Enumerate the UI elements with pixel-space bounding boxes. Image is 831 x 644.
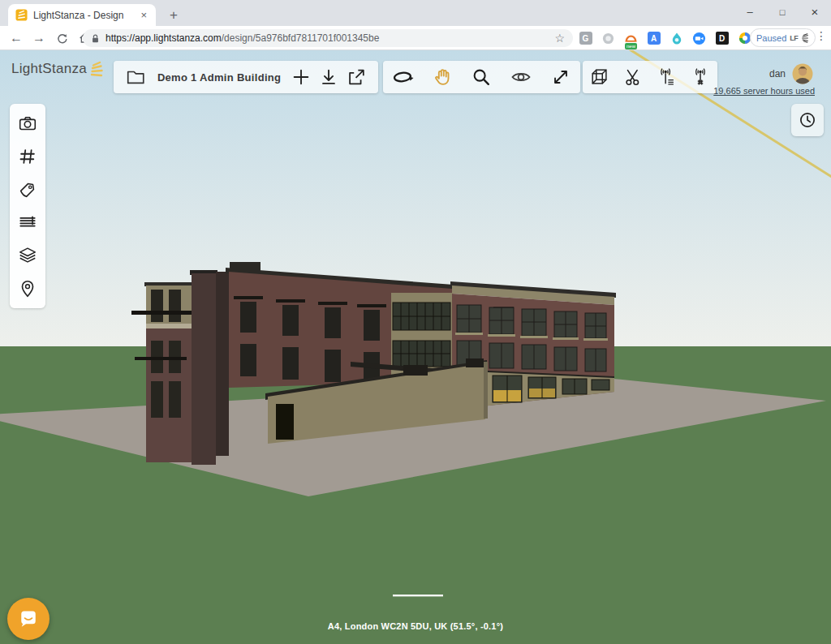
location-pin-icon — [17, 278, 38, 299]
pan-hand-icon — [432, 67, 453, 88]
location-button[interactable] — [13, 274, 42, 303]
url-path: /design/5a976bfd7811701f001345be — [222, 32, 380, 44]
sync-paused-chip[interactable]: Paused LF — [750, 28, 816, 47]
cube-icon — [589, 67, 610, 88]
url-text: https://app.lightstanza.com/design/5a976… — [105, 32, 554, 44]
window-maximize-button[interactable]: □ — [766, 0, 799, 24]
app-logo: LightStanza — [11, 59, 105, 79]
folder-icon — [125, 67, 146, 88]
eye-icon — [510, 66, 532, 88]
translate-icon: A — [648, 32, 661, 45]
fullscreen-button[interactable] — [546, 62, 575, 92]
scale-bar — [393, 595, 443, 596]
visibility-button[interactable] — [506, 62, 536, 92]
video-meeting-icon — [692, 32, 706, 45]
time-settings-button[interactable] — [791, 104, 824, 136]
server-hours-link[interactable]: 19,665 server hours used — [713, 86, 815, 96]
clock-icon — [798, 110, 817, 130]
project-toolbar: Demo 1 Admin Building — [114, 61, 378, 93]
layers-button[interactable] — [13, 241, 42, 270]
lightstanza-app: LightStanza Demo 1 Admin Building — [0, 50, 831, 644]
expand-icon — [550, 67, 571, 88]
extensions-bar: G new A — [578, 27, 764, 49]
blinds-icon — [17, 212, 38, 233]
sensor-grid-2-button[interactable] — [686, 62, 715, 92]
share-button[interactable] — [342, 62, 370, 92]
tab-strip: LightStanza - Design × + – □ × — [0, 0, 831, 26]
browser-menu-button[interactable]: ⋮ — [816, 29, 827, 42]
extension-zoom[interactable] — [691, 31, 707, 46]
add-button[interactable] — [287, 62, 315, 92]
url-host: https://app.lightstanza.com — [105, 32, 222, 44]
download-button[interactable] — [315, 62, 342, 92]
antenna-grid-icon — [690, 67, 711, 88]
open-project-button[interactable] — [122, 62, 149, 92]
lock-icon — [91, 33, 100, 44]
avatar[interactable] — [792, 63, 813, 84]
scissors-icon — [622, 67, 644, 88]
new-tab-button[interactable]: + — [164, 6, 183, 25]
extension-measure[interactable]: new — [623, 31, 639, 46]
d-extension-icon: D — [716, 32, 729, 45]
user-name: dan — [769, 68, 786, 79]
extension-d[interactable]: D — [714, 31, 730, 46]
gray-circle-icon — [602, 32, 614, 45]
user-info: dan — [769, 63, 813, 84]
tab-title: LightStanza - Design — [33, 10, 139, 21]
bookmark-star-icon[interactable]: ☆ — [554, 32, 565, 45]
browser-window: LightStanza - Design × + – □ × ← → — [0, 0, 831, 644]
tag-button[interactable] — [13, 175, 42, 204]
window-minimize-button[interactable]: – — [734, 0, 766, 24]
blinds-button[interactable] — [13, 208, 42, 237]
profile-rays-icon — [801, 33, 809, 43]
camera-icon — [17, 113, 38, 134]
download-icon — [318, 67, 339, 88]
chat-bubble-icon — [17, 608, 40, 630]
reload-button[interactable] — [52, 28, 71, 48]
tape-measure-icon — [624, 33, 638, 44]
address-bar[interactable]: https://app.lightstanza.com/design/5a976… — [83, 29, 573, 47]
tag-icon — [17, 179, 38, 200]
3d-mode-button[interactable] — [585, 62, 614, 92]
sun-rays-icon — [88, 59, 105, 79]
logo-text: LightStanza — [11, 61, 87, 77]
paused-label: Paused — [756, 33, 786, 43]
reload-icon — [56, 32, 68, 45]
grid-hash-icon — [17, 146, 38, 167]
extension-g[interactable]: G — [578, 31, 593, 46]
view-toolbar — [383, 61, 580, 93]
extension-translate[interactable]: A — [646, 31, 661, 46]
pan-button[interactable] — [428, 62, 457, 92]
g-extension-icon: G — [579, 32, 592, 45]
layers-icon — [17, 245, 38, 266]
lightstanza-favicon-icon — [15, 9, 28, 21]
plus-icon — [291, 67, 312, 88]
zoom-button[interactable] — [467, 62, 496, 92]
back-button[interactable]: ← — [6, 28, 26, 48]
site-location-label: A4, London WC2N 5DU, UK (51.5°, -0.1°) — [0, 621, 831, 631]
3d-viewport[interactable] — [0, 50, 831, 644]
screenshot-button[interactable] — [13, 109, 42, 138]
orbit-button[interactable] — [388, 62, 417, 92]
new-badge: new — [625, 43, 637, 49]
tool-sidebar — [10, 104, 45, 308]
zoom-search-icon — [471, 67, 492, 88]
project-name: Demo 1 Admin Building — [157, 71, 281, 84]
sensor-grid-button[interactable] — [652, 62, 682, 92]
share-icon — [346, 67, 367, 88]
section-cut-button[interactable] — [618, 62, 648, 92]
chat-support-button[interactable] — [7, 598, 50, 640]
water-drop-icon — [671, 32, 682, 45]
profile-label: LF — [790, 34, 798, 42]
window-controls: – □ × — [734, 0, 831, 24]
grid-button[interactable] — [13, 142, 42, 171]
browser-tab[interactable]: LightStanza - Design × — [8, 4, 156, 26]
analysis-toolbar — [583, 61, 717, 93]
tab-close-icon[interactable]: × — [139, 9, 149, 21]
forward-button[interactable]: → — [29, 28, 49, 48]
orbit-icon — [391, 66, 414, 88]
extension-drop[interactable] — [669, 31, 684, 46]
antenna-lines-icon — [657, 67, 678, 88]
window-close-button[interactable]: × — [799, 0, 831, 24]
extension-circle[interactable] — [601, 31, 616, 46]
